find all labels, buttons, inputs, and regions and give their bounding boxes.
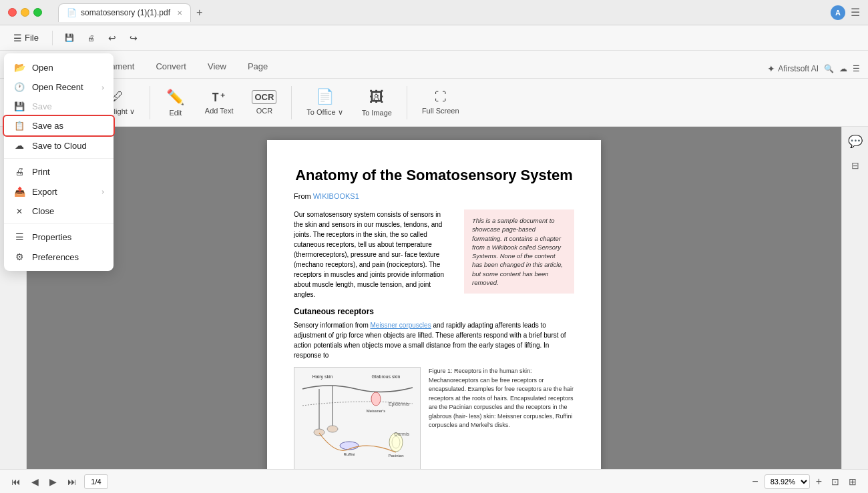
traffic-lights	[8, 8, 42, 17]
pdf-section-title-1: Cutaneous receptors	[294, 307, 574, 316]
print-icon: 🖨	[87, 34, 95, 42]
zoom-in-button[interactable]: +	[813, 474, 825, 489]
content-area: ⊞ 🔖 💬 Anatomy of the Somatosensory Syste…	[0, 127, 868, 469]
menu-item-close[interactable]: ✕ Close	[4, 201, 114, 221]
cloud-button[interactable]: ☁	[839, 64, 847, 73]
ai-button[interactable]: ✦ Afirstsoft AI	[767, 63, 819, 74]
zoom-out-button[interactable]: −	[748, 474, 761, 489]
tab-close-button[interactable]: ✕	[177, 9, 182, 17]
svg-text:Dermis: Dermis	[394, 432, 409, 436]
fit-width-button[interactable]: ⊞	[845, 475, 860, 488]
menu-item-save-to-cloud[interactable]: ☁ Save to Cloud	[4, 135, 114, 155]
svg-text:Meissner's: Meissner's	[366, 409, 385, 413]
to-office-tool[interactable]: 📄 To Office ∨	[298, 84, 351, 121]
preferences-icon: ⚙	[13, 252, 25, 262]
to-image-tool[interactable]: 🖼 To Image	[354, 85, 400, 121]
document-tab[interactable]: 📄 somatosensory (1)(1).pdf ✕	[58, 3, 191, 22]
zoom-select[interactable]: 83.92% 50% 75% 100% 125% 150%	[765, 474, 810, 489]
tab-area: 📄 somatosensory (1)(1).pdf ✕ +	[58, 3, 205, 22]
nav-right: ✦ Afirstsoft AI 🔍 ☁ ☰	[767, 63, 868, 78]
add-text-tool[interactable]: T⁺ Add Text	[197, 86, 242, 119]
save-menu-icon: 💾	[13, 101, 25, 111]
sidebar-right-panel-icon[interactable]: ⊟	[846, 156, 865, 175]
fit-page-button[interactable]: ⊡	[828, 475, 843, 488]
tab-view[interactable]: View	[197, 56, 237, 78]
save-button[interactable]: 💾	[61, 31, 78, 45]
toolbar: ☰ File 💾 🖨 ↩ ↪	[0, 25, 868, 51]
save-as-icon: 📋	[13, 121, 25, 131]
bottom-bar: ⏮ ◀ ▶ ⏭ − 83.92% 50% 75% 100% 125% 150% …	[0, 469, 868, 493]
pdf-figure-image: Hairy skin Glabrous skin	[294, 367, 421, 469]
window-controls: A ☰	[831, 5, 860, 20]
page-input[interactable]	[84, 474, 108, 489]
ribbon-sep-3	[407, 86, 407, 119]
svg-point-12	[340, 442, 359, 450]
menu-item-open-recent[interactable]: 🕐 Open Recent ›	[4, 77, 114, 97]
pdf-content-block: This is a sample document to showcase pa…	[294, 209, 574, 300]
svg-text:Glabrous skin: Glabrous skin	[371, 374, 400, 379]
ribbon-sep-2	[291, 86, 292, 119]
pdf-from-link[interactable]: WIKIBOOKS1	[313, 192, 359, 200]
sidebar-right-chat-icon[interactable]: 💬	[846, 132, 865, 151]
minimize-window-button[interactable]	[21, 8, 29, 17]
cloud-icon: ☁	[839, 64, 847, 73]
prev-page-button[interactable]: ◀	[28, 474, 42, 490]
close-window-button[interactable]	[8, 8, 17, 17]
last-page-button[interactable]: ⏭	[64, 474, 80, 490]
export-arrow: ›	[101, 187, 104, 195]
pdf-meissner-link[interactable]: Meissner corpuscles	[371, 322, 431, 329]
maximize-window-button[interactable]	[33, 8, 42, 17]
save-icon: 💾	[65, 33, 74, 42]
tab-page[interactable]: Page	[237, 56, 278, 78]
menu-item-properties[interactable]: ☰ Properties	[4, 227, 114, 247]
search-button[interactable]: 🔍	[824, 64, 834, 73]
pdf-body-2: Sensory information from Meissner corpus…	[294, 320, 574, 360]
file-dropdown-menu: 📂 Open 🕐 Open Recent › 💾 Save 📋 Save as …	[4, 53, 114, 271]
ocr-tool[interactable]: OCR OCR	[244, 86, 284, 119]
full-screen-icon: ⛶	[435, 90, 447, 104]
pdf-page: Anatomy of the Somatosensory System From…	[267, 140, 601, 469]
open-recent-label: Open Recent	[32, 82, 95, 92]
pdf-from: From WIKIBOOKS1	[294, 192, 574, 200]
menu-divider-2	[4, 223, 114, 224]
titlebar: 📄 somatosensory (1)(1).pdf ✕ + A ☰	[0, 0, 868, 25]
svg-point-5	[314, 429, 324, 436]
print-button[interactable]: 🖨	[83, 31, 99, 45]
pdf-viewer[interactable]: Anatomy of the Somatosensory System From…	[27, 127, 841, 469]
full-screen-tool[interactable]: ⛶ Full Screen	[414, 86, 467, 119]
open-recent-icon: 🕐	[13, 82, 25, 92]
tab-convert[interactable]: Convert	[145, 56, 197, 78]
hamburger-menu-button[interactable]: ☰	[851, 6, 860, 19]
menu-item-preferences[interactable]: ⚙ Preferences	[4, 247, 114, 267]
preferences-label: Preferences	[32, 252, 104, 262]
avatar: A	[831, 5, 845, 20]
menu-item-export[interactable]: 📤 Export ›	[4, 181, 114, 201]
edit-tool[interactable]: ✏️ Edit	[157, 85, 194, 121]
print-label: Print	[32, 167, 104, 177]
ai-icon: ✦	[767, 63, 775, 74]
ai-label: Afirstsoft AI	[778, 64, 819, 73]
pdf-note-box: This is a sample document to showcase pa…	[464, 209, 574, 294]
menu-divider-1	[4, 158, 114, 159]
first-page-button[interactable]: ⏮	[8, 474, 24, 490]
to-office-label: To Office ∨	[306, 108, 343, 117]
undo-button[interactable]: ↩	[104, 30, 120, 46]
search-icon: 🔍	[824, 64, 834, 73]
save-to-cloud-icon: ☁	[13, 140, 25, 151]
new-tab-button[interactable]: +	[194, 7, 205, 19]
ocr-label: OCR	[256, 107, 272, 115]
export-icon: 📤	[13, 186, 25, 197]
file-menu-button[interactable]: ☰ File	[8, 30, 44, 46]
close-label: Close	[32, 206, 104, 216]
to-office-icon: 📄	[316, 88, 334, 105]
menu-item-open[interactable]: 📂 Open	[4, 57, 114, 77]
menu-item-save-as[interactable]: 📋 Save as	[4, 116, 114, 135]
redo-icon: ↪	[130, 33, 138, 43]
tab-title: somatosensory (1)(1).pdf	[81, 8, 170, 17]
save-to-cloud-label: Save to Cloud	[32, 141, 104, 151]
next-page-button[interactable]: ▶	[46, 474, 60, 490]
nav-hamburger[interactable]: ☰	[853, 64, 860, 73]
redo-button[interactable]: ↪	[126, 30, 142, 46]
edit-icon: ✏️	[166, 89, 184, 106]
menu-item-print[interactable]: 🖨 Print	[4, 161, 114, 181]
